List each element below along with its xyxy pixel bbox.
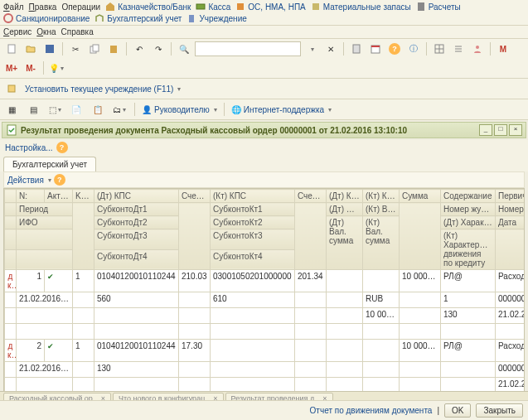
table-row[interactable]: 21.02.2016 13:1... 560610 RUB100000001 [5, 292, 526, 308]
t2-icon[interactable]: ▤ [25, 101, 41, 118]
menu-windows[interactable]: Окна [36, 27, 56, 36]
calendar-icon[interactable] [367, 41, 384, 57]
minimize-button[interactable]: _ [479, 124, 492, 136]
col-date[interactable]: Дата [496, 216, 526, 229]
actions-menu[interactable]: Действия [7, 176, 51, 185]
ok-button[interactable]: OK [444, 403, 471, 418]
table-row[interactable] [5, 324, 526, 340]
table-row[interactable]: дкт 11 01040120010110244210.030300105020… [5, 270, 526, 292]
col-prim[interactable]: Первичный докуме... [496, 190, 526, 203]
col-dtkps[interactable]: (Дт) КПС [94, 190, 179, 203]
copy-icon[interactable] [86, 41, 103, 57]
col-active[interactable]: Актив... [45, 190, 73, 203]
col-sk3[interactable]: СубконтоКт3 [211, 229, 295, 250]
menu-stock[interactable]: Материальные запасы [311, 2, 411, 12]
svg-point-22 [476, 46, 479, 49]
col-kval[interactable]: (Кт) Вал... [363, 203, 400, 216]
actions-help-icon[interactable]: ? [54, 174, 65, 186]
calc-tool-icon[interactable] [348, 41, 365, 57]
col-dtacc[interactable]: Счет Дт [179, 190, 211, 203]
table-row[interactable]: дкт 21 0104012001011024417.30 10 000,00Р… [5, 340, 526, 362]
help-icon[interactable]: ? [56, 142, 68, 153]
open-icon[interactable] [22, 41, 39, 57]
undo-icon[interactable]: ↶ [131, 41, 148, 57]
info-icon[interactable]: ⓘ [405, 41, 422, 57]
col-sk2[interactable]: СубконтоКт2 [211, 216, 295, 229]
menu-calc[interactable]: Расчеты [416, 2, 461, 12]
col-kchar[interactable]: (Кт) Характеристика движения по кредиту [441, 229, 496, 270]
menu-org[interactable]: Учреждение [186, 13, 246, 23]
col-sk1[interactable]: СубконтоКт1 [211, 203, 295, 216]
cash-icon [196, 2, 206, 12]
menu-file[interactable]: Файл [3, 2, 24, 12]
menu-service[interactable]: Сервис [3, 27, 31, 36]
col-num[interactable]: Номер [496, 203, 526, 216]
t6-icon[interactable]: 🗂 [111, 101, 128, 118]
col-marker[interactable] [5, 190, 17, 203]
col-ktqty[interactable]: (Кт) Коли... [363, 190, 400, 203]
save-icon[interactable] [41, 41, 58, 57]
set-org-button[interactable]: Установить текущее учреждение (F11) [25, 84, 181, 94]
menu-treasury[interactable]: Казначейство/Банк [105, 2, 191, 12]
lamp-icon[interactable]: 💡 [48, 60, 65, 76]
cut-icon[interactable]: ✂ [67, 41, 84, 57]
col-dval[interactable]: (Дт) Вал... [327, 203, 363, 216]
col-content[interactable]: Содержание [441, 190, 496, 203]
menu-cash[interactable]: Касса [196, 2, 230, 12]
grid[interactable]: N: Актив... KФO (Дт) КПС Счет Дт (Кт) КП… [3, 188, 525, 420]
main-toolbar: ✂ ↶ ↷ 🔍 ✕ ? ⓘ M M+ M- 💡 [0, 39, 528, 79]
redo-icon[interactable]: ↷ [150, 41, 167, 57]
ruk-link[interactable]: 👤Руководителю [142, 105, 217, 114]
close-form-button[interactable]: Закрыть [476, 403, 523, 418]
help-tool-icon[interactable]: ? [386, 41, 403, 57]
col-sum[interactable]: Сумма [400, 190, 441, 203]
menu-help[interactable]: Справка [61, 27, 94, 36]
col-kfo[interactable]: KФO [73, 190, 94, 203]
col-dtqty[interactable]: (Дт) Коли... [327, 190, 363, 203]
report-link[interactable]: Отчет по движениям документа [310, 406, 433, 415]
col-sd4[interactable]: СубконтоДт4 [94, 249, 179, 270]
maximize-button[interactable]: □ [494, 124, 507, 136]
col-kvs[interactable]: (Кт) Вал. сумма [363, 216, 400, 270]
tab-accounting[interactable]: Бухгалтерский учет [3, 157, 96, 171]
menu-os[interactable]: ОС, НМА, НПА [235, 2, 305, 12]
table-row[interactable]: 21.02.2016 13:1... 130 00000001 [5, 362, 526, 378]
m-minus-button[interactable]: M- [22, 60, 39, 76]
inet-link[interactable]: 🌐Интернет-поддержка [231, 105, 332, 114]
col-ifo[interactable]: ИФО [17, 216, 73, 229]
grid-icon[interactable] [431, 41, 448, 57]
t4-icon[interactable]: 📄 [68, 101, 85, 118]
t1-icon[interactable]: ▦ [3, 101, 20, 118]
menu-edit[interactable]: Правка [29, 2, 57, 12]
col-sd2[interactable]: СубконтоДт2 [94, 216, 179, 229]
table-row[interactable]: 10 000,0013021.02.2016 [5, 308, 526, 324]
col-jrn[interactable]: Номер журнала [441, 203, 496, 216]
t5-icon[interactable]: 📋 [90, 101, 106, 118]
user-icon[interactable] [469, 41, 486, 57]
col-n[interactable]: N: [17, 190, 45, 203]
list-icon[interactable] [450, 41, 467, 57]
paste-icon[interactable] [105, 41, 122, 57]
menu-acct[interactable]: Бухгалтерский учет [94, 13, 182, 23]
col-sk4[interactable]: СубконтоКт4 [211, 249, 295, 270]
col-sd3[interactable]: СубконтоДт3 [94, 229, 179, 250]
menu-sanct[interactable]: Санкционирование [3, 13, 90, 23]
search-dropdown[interactable] [303, 41, 320, 57]
col-ktkps[interactable]: (Кт) КПС [211, 190, 295, 203]
close-button[interactable]: × [509, 124, 522, 136]
m-plus-button[interactable]: M+ [3, 60, 20, 76]
col-dchar[interactable]: (Дт) Характеристика дви... [441, 216, 496, 229]
new-icon[interactable] [3, 41, 20, 57]
col-dvs[interactable]: (Дт) Вал. сумма [327, 216, 363, 270]
m-button[interactable]: M [495, 41, 511, 57]
search-input[interactable] [195, 41, 301, 56]
col-period[interactable]: Период [17, 203, 73, 216]
t3-icon[interactable]: ⬚ [46, 101, 63, 118]
find-icon[interactable]: 🔍 [176, 41, 192, 57]
settings-link[interactable]: Настройка... [5, 143, 53, 152]
col-sd1[interactable]: СубконтоДт1 [94, 203, 179, 216]
col-ktacc[interactable]: Счет Кт [295, 190, 327, 203]
clear-icon[interactable]: ✕ [322, 41, 339, 57]
org-set-icon[interactable] [3, 80, 20, 97]
menu-ops[interactable]: Операции [61, 2, 100, 12]
